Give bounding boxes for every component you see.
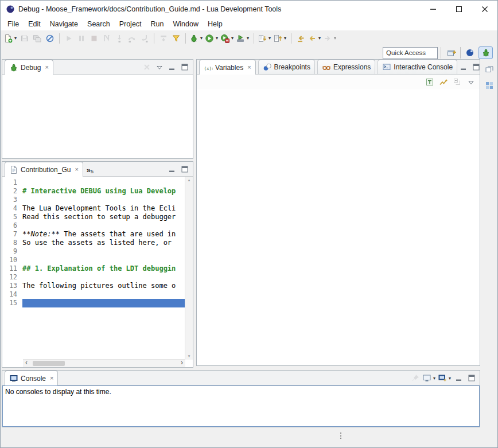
view-menu-icon [155,63,164,72]
tab-debug[interactable]: Debug × [5,60,53,75]
back-button[interactable]: ▾ [308,33,322,44]
debug-bug-icon [9,63,18,72]
window-close-button[interactable] [472,1,497,18]
display-selected-console-dropdown[interactable]: ▾ [432,376,437,381]
step-into-button [114,33,125,44]
run-button[interactable]: ▾ [205,33,219,44]
editor-vertical-scrollbar[interactable]: ▴ ▾ [185,177,193,360]
editor-line: 5Read this section to setup a debugger [2,213,185,221]
drop-frame-icon [159,34,168,43]
exprs-icon [322,63,331,72]
coverage-button[interactable]: ▾ [220,33,235,44]
forward-dropdown[interactable]: ▾ [333,36,337,41]
back-dropdown[interactable]: ▾ [317,36,322,41]
menu-project[interactable]: Project [115,19,146,29]
tab-contribution-guide[interactable]: Contribution_Gu × [5,162,83,177]
toolbar-separator [185,33,186,44]
scroll-right-icon[interactable]: › [178,359,185,367]
scroll-up-icon[interactable]: ▴ [185,177,193,184]
close-tab-icon[interactable]: × [75,166,78,173]
menu-file[interactable]: File [3,19,24,29]
open-persp-icon [447,48,456,57]
maximize-button[interactable] [179,61,190,73]
variables-tabs: (x)=Variables×BreakpointsExpressionsInte… [197,60,457,75]
editor-window-buttons [166,163,193,175]
maximize-button[interactable] [470,61,482,73]
line-content: ## 1. Explanation of the LDT debuggin [22,264,185,273]
new-button[interactable]: ▾ [3,33,18,44]
close-tab-icon[interactable]: × [247,64,251,71]
editor-line: 1 [2,178,185,187]
fast-view-layout-button[interactable] [484,80,495,91]
hidden-editors-chevron[interactable]: » 5 [83,163,97,177]
window-maximize-button[interactable] [446,1,472,18]
tab-console[interactable]: Console × [5,371,58,385]
editor-text-area[interactable]: 12# Interactive DEBUG using Lua Develop3… [2,177,185,360]
view-menu-button[interactable] [465,76,477,88]
app-window: Debug - Moose_Framework/docs/Contributio… [0,0,498,448]
variables-view-header: (x)=Variables×BreakpointsExpressionsInte… [197,60,480,75]
skip-all-breakpoints-button[interactable] [44,33,56,44]
tab-expressions[interactable]: Expressions [317,60,375,74]
resize-grip[interactable] [340,433,341,439]
window-minimize-button[interactable] [420,1,446,18]
minimize-button[interactable] [166,163,178,175]
close-tab-icon[interactable]: × [50,375,53,381]
last-edit-location-button[interactable] [295,33,306,44]
previous-annotation-dropdown[interactable]: ▾ [283,36,287,41]
toolbar-separator [460,47,461,59]
menu-help[interactable]: Help [203,19,227,29]
lua-perspective-button[interactable] [462,46,477,59]
view-menu-button[interactable] [154,61,165,73]
coverage-dropdown[interactable]: ▾ [230,36,235,41]
lua-persp-icon [465,48,474,57]
debug-dropdown[interactable]: ▾ [199,36,204,41]
open-console-button[interactable]: ▾ [438,372,452,384]
toolbar-separator [59,33,60,44]
display-selected-console-button[interactable]: ▾ [422,372,437,384]
fast-view-restore-button[interactable] [484,64,495,75]
line-number: 4 [2,204,22,213]
external-tools-button[interactable]: ▾ [236,33,250,44]
show-type-names-button[interactable] [424,76,435,88]
next-annotation-button[interactable]: ▾ [258,33,272,44]
menu-edit[interactable]: Edit [24,19,45,29]
next-annotation-dropdown[interactable]: ▾ [267,36,272,41]
run-dropdown[interactable]: ▾ [215,36,219,41]
tab-breakpoints[interactable]: Breakpoints [258,60,315,74]
markdown-file-icon [9,165,18,174]
menu-run[interactable]: Run [146,19,169,29]
minimize-button[interactable] [453,372,465,384]
save-button [19,33,30,44]
open-console-dropdown[interactable]: ▾ [448,376,452,381]
line-number: 9 [2,247,22,256]
external-tools-dropdown[interactable]: ▾ [246,36,250,41]
debug-button[interactable]: ▾ [189,33,204,44]
previous-annotation-button[interactable]: ▾ [273,33,287,44]
debug-perspective-button[interactable] [478,46,493,59]
menu-search[interactable]: Search [83,19,115,29]
line-number: 11 [2,264,22,273]
debug-view-content [2,75,193,158]
menu-window[interactable]: Window [169,19,203,29]
watch-button[interactable] [438,76,449,88]
minimize-button[interactable] [458,61,469,73]
scroll-down-icon[interactable]: ▾ [185,353,193,360]
use-step-filters-button[interactable] [170,33,182,44]
pin-icon [411,373,420,383]
tab-variables[interactable]: (x)=Variables× [199,60,256,75]
restore-icon [485,65,494,74]
scroll-left-icon[interactable]: ‹ [23,359,30,367]
maximize-button[interactable] [466,372,477,384]
new-dropdown[interactable]: ▾ [13,36,18,41]
scrollbar-thumb[interactable] [33,361,65,366]
minimize-button[interactable] [166,61,178,73]
line-content [22,256,185,264]
open-perspective-button[interactable] [444,46,458,59]
maximize-button[interactable] [179,163,190,175]
close-tab-icon[interactable]: × [45,64,48,71]
editor-horizontal-scrollbar[interactable]: ‹ › [23,359,185,367]
tab-interactive-console[interactable]: Interactive Console [378,60,457,74]
menu-navigate[interactable]: Navigate [45,19,83,29]
quick-access-input[interactable] [383,47,438,59]
